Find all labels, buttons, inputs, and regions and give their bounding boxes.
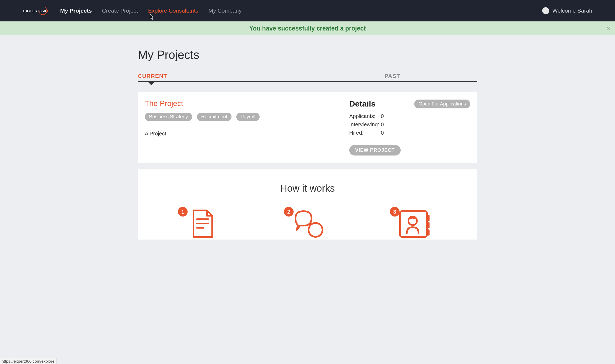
top-navigation-bar: EXPERT 360 › My Projects Create Project …	[0, 0, 615, 21]
nav-links: My Projects Create Project Explore Consu…	[60, 7, 542, 14]
nav-create-project[interactable]: Create Project	[102, 7, 138, 14]
step-1: 1	[180, 209, 223, 240]
tab-past[interactable]: PAST	[308, 73, 477, 81]
logo[interactable]: EXPERT 360 ›	[23, 6, 50, 16]
tabs: CURRENT PAST	[138, 73, 477, 82]
how-it-works-title: How it works	[149, 183, 466, 194]
tag-business-strategy[interactable]: Business Strategy	[145, 113, 192, 121]
project-description: A Project	[145, 131, 334, 137]
project-details-panel: Details Open For Applications Applicants…	[342, 92, 477, 163]
tab-current[interactable]: CURRENT	[138, 73, 308, 81]
close-icon[interactable]: ×	[606, 25, 610, 32]
status-badge: Open For Applications	[414, 100, 470, 108]
welcome-text: Welcome Sarah	[552, 7, 592, 14]
notification-bar: You have successfully created a project …	[0, 21, 615, 35]
project-card: The Project Business Strategy Recruitmen…	[138, 92, 477, 163]
nav-explore-consultants[interactable]: Explore Consultants	[148, 7, 198, 14]
hired-value: 0	[381, 130, 470, 136]
user-area[interactable]: Welcome Sarah	[542, 7, 592, 14]
notification-message: You have successfully created a project	[249, 25, 366, 32]
document-icon	[187, 209, 216, 238]
project-summary: The Project Business Strategy Recruitmen…	[138, 92, 342, 163]
chat-bubbles-icon	[289, 209, 326, 238]
project-title-link[interactable]: The Project	[145, 99, 334, 108]
details-heading: Details	[349, 99, 375, 108]
svg-rect-8	[400, 211, 427, 237]
interviewing-label: Interviewing:	[349, 122, 381, 128]
interviewing-value: 0	[381, 122, 470, 128]
how-it-works-section: How it works 1 2 3	[138, 169, 477, 240]
contact-book-icon	[396, 209, 431, 238]
applicants-value: 0	[381, 113, 470, 119]
hired-label: Hired:	[349, 130, 381, 136]
page-title: My Projects	[138, 48, 477, 62]
step-3: 3	[392, 209, 435, 240]
svg-point-7	[309, 223, 322, 237]
svg-text:360: 360	[39, 9, 46, 13]
step-badge-1: 1	[178, 207, 188, 217]
avatar	[542, 7, 549, 14]
nav-my-projects[interactable]: My Projects	[60, 7, 92, 14]
tag-recruitment[interactable]: Recruitment	[197, 113, 231, 121]
step-2: 2	[286, 209, 329, 240]
details-stats: Applicants: 0 Interviewing: 0 Hired: 0	[349, 113, 470, 136]
step-badge-2: 2	[284, 207, 294, 217]
applicants-label: Applicants:	[349, 113, 381, 119]
svg-text:EXPERT: EXPERT	[23, 9, 40, 13]
how-it-works-steps: 1 2 3	[149, 209, 466, 240]
tag-payroll[interactable]: Payroll	[236, 113, 260, 121]
project-tags: Business Strategy Recruitment Payroll	[145, 113, 334, 121]
view-project-button[interactable]: VIEW PROJECT	[349, 145, 401, 156]
step-badge-3: 3	[390, 207, 400, 217]
svg-text:›: ›	[47, 9, 48, 13]
nav-my-company[interactable]: My Company	[208, 7, 242, 14]
